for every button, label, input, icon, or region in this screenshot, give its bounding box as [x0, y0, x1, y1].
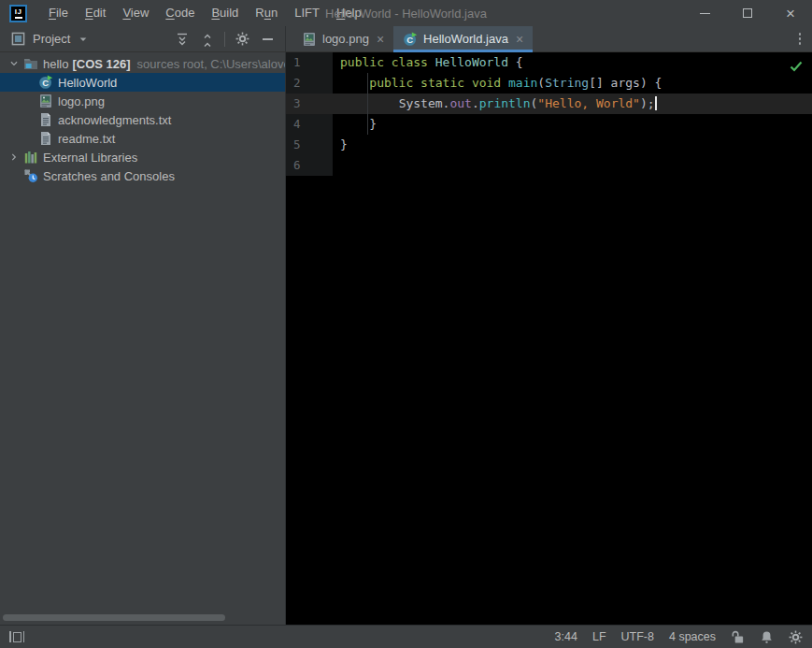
- project-panel-title[interactable]: Project: [33, 32, 70, 46]
- editor-tab-bar: logo.png×CHelloWorld.java×: [286, 26, 812, 51]
- java-class-icon: C: [37, 75, 53, 90]
- tree-item-label: logo.png: [58, 94, 105, 108]
- menu-lift[interactable]: LIFT: [286, 0, 328, 26]
- tree-item-hint: sources root, C:\Users\alovelace\: [137, 57, 285, 71]
- code-text: System.out.println("Hello, World");: [333, 94, 812, 114]
- menu-code[interactable]: Code: [157, 0, 203, 26]
- intellij-logo-text: IJ: [15, 8, 22, 16]
- project-dropdown-chevron-icon[interactable]: [78, 34, 89, 45]
- menu-edit[interactable]: Edit: [77, 0, 114, 26]
- unlocked-padlock-icon[interactable]: [731, 630, 745, 644]
- code-text: public class HelloWorld {: [333, 52, 812, 73]
- toolbar-separator: [224, 32, 225, 47]
- tree-item-label: Scratches and Consoles: [43, 169, 175, 183]
- line-number: 5: [286, 135, 333, 155]
- close-tab-icon[interactable]: ×: [377, 33, 384, 46]
- line-number: 3: [286, 94, 333, 114]
- bell-icon[interactable]: [760, 630, 774, 644]
- text-file-icon: [37, 131, 53, 146]
- gear-icon[interactable]: [789, 630, 803, 644]
- close-icon: ×: [786, 6, 795, 22]
- line-number: 4: [286, 114, 333, 135]
- window-title: Hello, World - HelloWorld.java: [325, 7, 487, 21]
- code-text: }: [333, 135, 812, 155]
- status-indent[interactable]: 4 spaces: [669, 630, 716, 643]
- tree-item-label: External Libraries: [43, 151, 137, 165]
- menu-bar: FileEditViewCodeBuildRunLIFTHelp: [40, 0, 370, 26]
- code-line-5[interactable]: 5}: [286, 135, 812, 155]
- sources-root-folder-icon: [22, 56, 38, 71]
- hide-icon[interactable]: [259, 31, 276, 48]
- more-options-icon[interactable]: [796, 30, 805, 48]
- code-text: public static void main(String[] args) {: [333, 73, 812, 94]
- tab-logo-png[interactable]: logo.png×: [292, 26, 393, 51]
- toolbar-row: Project logo.png×CHelloWorld.java×: [0, 26, 812, 52]
- libraries-icon: [22, 150, 38, 165]
- minimize-button[interactable]: [683, 0, 726, 26]
- line-number: 1: [286, 52, 333, 73]
- expand-all-icon[interactable]: [174, 31, 191, 48]
- status-caret-position[interactable]: 3:44: [555, 630, 577, 643]
- inspection-ok-check-icon[interactable]: [790, 59, 803, 77]
- image-file-icon: [302, 32, 317, 47]
- menu-view[interactable]: View: [114, 0, 157, 26]
- project-toolwindow-icon: [9, 31, 26, 48]
- code-line-6[interactable]: 6: [286, 155, 812, 176]
- tree-item-label: acknowledgments.txt: [58, 113, 171, 127]
- code-lines: 1public class HelloWorld {2 public stati…: [286, 52, 812, 176]
- tree-item-scratches-and-consoles[interactable]: Scratches and Consoles: [0, 166, 285, 185]
- tab-label: HelloWorld.java: [423, 32, 508, 46]
- tree-item-label: readme.txt: [58, 132, 115, 146]
- tab-helloworld-java[interactable]: CHelloWorld.java×: [393, 26, 533, 51]
- main-area: hello[COS 126]sources root, C:\Users\alo…: [0, 52, 812, 625]
- maximize-button[interactable]: [726, 0, 769, 26]
- code-editor[interactable]: 1public class HelloWorld {2 public stati…: [286, 52, 812, 625]
- menu-build[interactable]: Build: [203, 0, 247, 26]
- text-file-icon: [37, 112, 53, 127]
- code-line-4[interactable]: 4 }: [286, 114, 812, 135]
- code-line-3[interactable]: 3 System.out.println("Hello, World");: [286, 94, 812, 114]
- horizontal-scrollbar[interactable]: [3, 614, 225, 621]
- code-text: }: [333, 114, 812, 135]
- java-class-icon: C: [403, 32, 418, 47]
- image-file-icon: [37, 94, 53, 108]
- code-text: [333, 155, 812, 176]
- project-toolwindow-header: Project: [0, 26, 286, 51]
- window-controls: ×: [683, 0, 812, 26]
- tab-label: logo.png: [322, 32, 369, 46]
- tree-item-qualifier: [COS 126]: [72, 57, 130, 71]
- intellij-logo-icon: IJ: [9, 5, 27, 22]
- text-caret: [655, 96, 657, 110]
- toolwindow-switcher-button[interactable]: [7, 629, 26, 644]
- status-encoding[interactable]: UTF-8: [621, 630, 654, 643]
- menu-file[interactable]: File: [40, 0, 77, 26]
- project-tree: hello[COS 126]sources root, C:\Users\alo…: [0, 54, 285, 185]
- scratches-icon: [22, 168, 38, 183]
- status-line-separator[interactable]: LF: [592, 630, 606, 643]
- tree-item-label: hello: [43, 57, 68, 71]
- close-button[interactable]: ×: [769, 0, 812, 26]
- chevron-down-icon[interactable]: [6, 57, 22, 70]
- project-panel-actions: [174, 31, 276, 48]
- project-tree-panel: hello[COS 126]sources root, C:\Users\alo…: [0, 52, 286, 625]
- title-bar: IJ FileEditViewCodeBuildRunLIFTHelp Hell…: [0, 0, 812, 26]
- tree-item-hello-root[interactable]: hello[COS 126]sources root, C:\Users\alo…: [0, 54, 285, 73]
- tree-item-acknowledgments-txt[interactable]: acknowledgments.txt: [0, 110, 285, 129]
- code-line-2[interactable]: 2 public static void main(String[] args)…: [286, 73, 812, 94]
- maximize-icon: [743, 8, 752, 18]
- tree-item-readme-txt[interactable]: readme.txt: [0, 129, 285, 148]
- settings-icon[interactable]: [234, 31, 250, 48]
- status-widgets: 3:44LFUTF-84 spaces: [555, 630, 803, 644]
- close-tab-icon[interactable]: ×: [516, 33, 523, 46]
- tree-item-logo-png[interactable]: logo.png: [0, 92, 285, 110]
- line-number: 6: [286, 155, 333, 176]
- code-line-1[interactable]: 1public class HelloWorld {: [286, 52, 812, 73]
- tree-item-helloworld[interactable]: CHelloWorld: [0, 73, 285, 92]
- chevron-right-icon[interactable]: [6, 151, 22, 164]
- collapse-all-icon[interactable]: [199, 31, 216, 48]
- indent-guide: [367, 73, 368, 135]
- minimize-icon: [700, 13, 710, 14]
- line-number: 2: [286, 73, 333, 94]
- tree-item-external-libraries[interactable]: External Libraries: [0, 148, 285, 166]
- menu-run[interactable]: Run: [247, 0, 286, 26]
